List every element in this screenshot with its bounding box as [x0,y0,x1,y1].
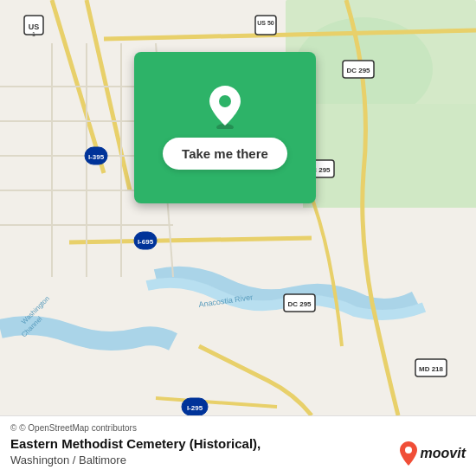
moovit-pin-icon [400,441,417,466]
svg-text:US 50: US 50 [257,20,274,26]
copyright-symbol: © [10,423,16,433]
svg-text:DC 295: DC 295 [346,67,370,74]
svg-point-42 [405,447,412,453]
svg-text:I-295: I-295 [187,404,203,412]
svg-text:1: 1 [32,31,35,37]
take-me-there-button[interactable]: Take me there [163,138,287,170]
svg-text:US: US [29,23,40,31]
svg-point-41 [219,95,231,107]
svg-text:I-395: I-395 [88,153,105,161]
location-info: Eastern Methodist Cemetery (Historical),… [10,436,466,467]
svg-text:DC 295: DC 295 [287,300,312,308]
location-title: Eastern Methodist Cemetery (Historical), [10,436,261,451]
svg-text:I-695: I-695 [138,238,154,246]
location-subtitle: Washington / Baltimore [10,453,126,466]
action-card: Take me there [134,52,316,203]
osm-link[interactable]: © OpenStreetMap contributors [19,423,137,433]
map-container: US 1 US 50 I-395 DC 295 DC 295 DC 295 I-… [0,0,476,476]
svg-rect-3 [303,104,476,208]
location-pin-icon [204,86,246,127]
moovit-text: moovit [421,446,466,461]
svg-text:MD 218: MD 218 [419,365,444,373]
moovit-logo: moovit [400,441,466,466]
attribution-text: © © OpenStreetMap contributors [10,423,466,433]
bottom-bar: © © OpenStreetMap contributors Eastern M… [0,415,476,476]
